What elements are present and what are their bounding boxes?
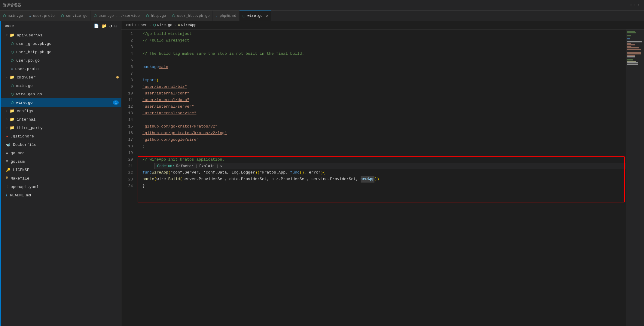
tree-item-wire-go-file[interactable]: ⬡wire.go1 [1,98,121,107]
mod-file-icon: ≡ [6,159,8,164]
code-line-13: "user/internal/service" [136,110,626,117]
tree-item-label: configs [17,109,119,113]
tree-item-go-sum[interactable]: ≡go.sum [1,157,121,166]
comment-text: // The build tag makes sure the stub is … [142,51,304,57]
breadcrumb-fn-icon: ⊛ [178,23,180,27]
folder-icon: 📁 [10,125,14,130]
line-number-12: 12 [121,103,133,110]
refresh-icon[interactable]: ↺ [109,23,112,29]
tree-item-internal[interactable]: ›📁internal [1,115,121,124]
code-plain: ) [142,143,145,150]
keyword-import: import [142,77,157,84]
minimap-line [627,59,633,60]
breadcrumb-item-wireapp[interactable]: ⊛ wireApp [178,23,196,27]
tree-item-label: cmd\user [17,75,115,80]
tab-http-go[interactable]: ⬡http.go [143,11,169,21]
sidebar-title: USER [5,24,14,28]
comment-text: // +build wireinject [142,37,189,44]
tree-item-makefile[interactable]: MMakefile [1,174,121,183]
code-line-7 [136,70,626,77]
codeium-tooltip[interactable]: Codeium: Refactor | Explain | ✕ [154,163,626,169]
tree-item-label: wire_gen.go [16,92,119,97]
tab-label: main.go [8,14,23,18]
tree-item-license[interactable]: 🔑LICENSE [1,166,121,174]
tree-item-cmd-user[interactable]: ▾📁cmd\user [1,73,121,82]
tree-item-user-grpc-pb-go[interactable]: ⬡user_grpc.pb.go [1,39,121,48]
tab-user-proto[interactable]: ≡user.proto [26,11,58,21]
tree-item-main-go-file[interactable]: ⬡main.go [1,82,121,90]
code-line-23: } [136,183,626,189]
tree-item-user-proto-file[interactable]: ≡user.proto [1,65,121,73]
new-file-icon[interactable]: ️📄 [93,23,99,29]
tree-item-label: openapi.yaml [11,185,119,189]
brace-open: { [323,169,325,176]
minimap-line [627,65,634,66]
tree-item-configs[interactable]: ›📁configs [1,107,121,115]
tab-php-md[interactable]: ↓php面.md [213,11,240,21]
line-number-13: 13 [121,110,133,117]
codeium-sep-1: | [195,164,197,168]
line-number-16: 16 [121,130,133,137]
tree-item-label: go.sum [11,159,119,164]
folder-icon: 📁 [10,117,14,122]
line-number-18: 18 [121,143,133,150]
codeium-refactor[interactable]: Refactor [176,164,194,168]
tab-close-button[interactable]: ✕ [266,14,268,19]
tree-item-label: .gitignore [11,134,119,139]
minimap [626,29,644,326]
tab-main-go[interactable]: ⬡main.go [0,11,26,21]
code-line-2: // +build wireinject [136,37,626,44]
codeium-close[interactable]: ✕ [220,164,222,168]
import-string: "github.com/go-kratos/kratos/v2/log" [142,130,227,137]
code-line-3 [136,44,626,51]
tab-user-go-service[interactable]: ⬡user.go ...\service [91,11,143,21]
go-file-icon: ⬡ [11,42,14,46]
tree-item-readme-md[interactable]: ℹREADME.md [1,191,121,199]
tab-wire-go[interactable]: ⬡wire.go✕ [240,11,271,21]
tree-item-wire-gen-go[interactable]: ⬡wire_gen.go [1,90,121,98]
tree-item-api-user-v1[interactable]: ▾📁api\user\v1 [1,31,121,39]
license-file-icon: 🔑 [6,168,11,172]
breadcrumb-item-cmd[interactable]: cmd [126,23,133,27]
tree-item-user-pb-go[interactable]: ⬡user.pb.go [1,56,121,65]
tab-label: service.go [66,14,87,18]
tree-item-dockerfile[interactable]: 🐋Dockerfile [1,140,121,149]
code-plain: } [142,183,145,189]
kw-func2: func [290,169,300,176]
tab-service-go[interactable]: ⬡service.go [58,11,91,21]
codeium-name-text: Codeium: [157,164,175,168]
sidebar-tree: ▾📁api\user\v1⬡user_grpc.pb.go⬡user_http.… [1,31,121,326]
tree-item-third-party[interactable]: ›📁third_party [1,124,121,132]
breadcrumb-item-wirego[interactable]: ⬡ wire.go [153,23,172,27]
line-number-5: 5 [121,57,133,64]
code-line-5 [136,57,626,64]
tree-item-user-http-pb-go[interactable]: ⬡user_http.pb.go [1,48,121,56]
tab-user-http-pb-go[interactable]: ⬡user_http.pb.go [169,11,213,21]
minimap-line [627,62,638,63]
new-folder-icon[interactable]: 📁 [102,23,107,29]
tab-label: php面.md [220,13,236,18]
comment-text: //go:build wireinject [142,31,192,37]
code-line-12: "user/internal/server" [136,103,626,110]
newapp-highlight: newApp [361,176,375,183]
tree-item-go-mod[interactable]: ≡go.mod [1,149,121,157]
import-string: "user/internal/server" [142,103,194,110]
line-numbers: 123456789101112131415161718192021222324 [121,29,136,326]
breadcrumb-item-user[interactable]: user [139,23,147,27]
code-line-17: "github.com/google/wire" [136,137,626,143]
title-bar-dots[interactable]: ··· [630,2,641,8]
code-content[interactable]: //go:build wireinject// +build wireinjec… [136,29,626,326]
tree-item-openapi-yaml[interactable]: !openapi.yaml [1,183,121,191]
collapse-icon[interactable]: ⊟ [115,23,118,29]
tree-item-gitignore[interactable]: ⬥.gitignore [1,132,121,140]
code-line-16: "github.com/go-kratos/kratos/v2/log" [136,130,626,137]
line-number-9: 9 [121,84,133,90]
tree-chevron-icon: › [6,118,8,121]
line-number-3: 3 [121,44,133,51]
code-line-8: import ( [136,77,626,84]
code-editor[interactable]: 123456789101112131415161718192021222324 … [121,29,644,326]
line-number-6: 6 [121,64,133,70]
codeium-explain[interactable]: Explain [199,164,214,168]
minimap-line [627,41,642,42]
paren-close-build: )) [374,176,379,183]
